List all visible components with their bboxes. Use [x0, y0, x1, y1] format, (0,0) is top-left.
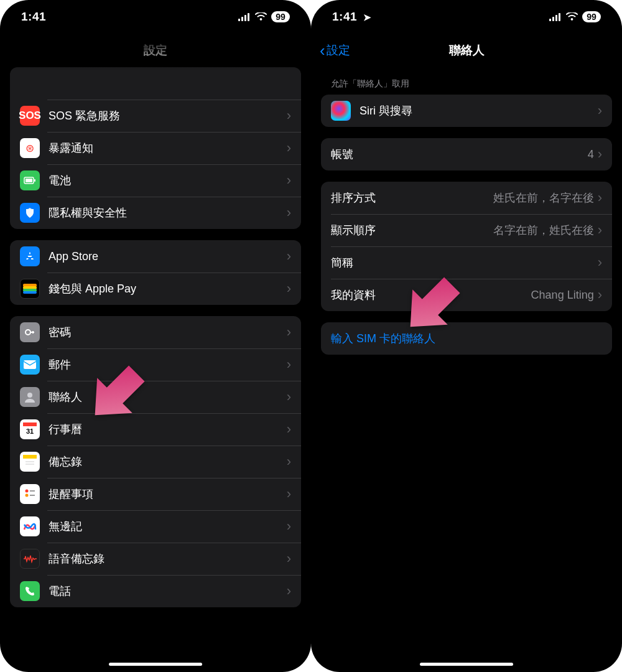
- row-value: 名字在前，姓氏在後: [493, 223, 594, 238]
- list-item-accounts[interactable]: 帳號 4 ›: [321, 138, 612, 170]
- group-import: 輸入 SIM 卡的聯絡人: [321, 322, 612, 355]
- chevron-right-icon: ›: [598, 222, 602, 238]
- svg-point-7: [26, 330, 30, 335]
- row-label: 電話: [49, 584, 287, 599]
- phone-contacts-settings: 1:41 ➤ 99 ‹ 設定 聯絡人 允許「聯絡人」取用 Siri 與搜尋 ›: [311, 0, 622, 672]
- contacts-settings-list[interactable]: 允許「聯絡人」取用 Siri 與搜尋 › 帳號 4 › 排序方式 姓氏在前，名字…: [311, 67, 622, 672]
- freeform-icon: [20, 516, 40, 536]
- chevron-right-icon: ›: [598, 103, 602, 119]
- list-item-my-info[interactable]: 我的資料 Chang Liting ›: [321, 279, 612, 311]
- list-item-appstore[interactable]: App Store ›: [10, 240, 301, 273]
- location-icon: ➤: [363, 12, 372, 22]
- key-icon: [20, 322, 40, 342]
- siri-icon: [331, 101, 351, 121]
- row-label: 帳號: [331, 147, 588, 162]
- cellular-icon: [238, 13, 251, 21]
- chevron-right-icon: ›: [287, 248, 291, 264]
- notes-icon: [20, 452, 40, 472]
- list-item-shortname[interactable]: 簡稱 ›: [321, 246, 612, 279]
- row-label: SOS 緊急服務: [49, 108, 287, 123]
- list-item-battery[interactable]: 電池 ›: [10, 164, 301, 197]
- status-time: 1:41 ➤: [332, 10, 371, 24]
- list-item[interactable]: [10, 67, 301, 100]
- list-item-calendar[interactable]: 31 行事曆 ›: [10, 413, 301, 446]
- row-label: 無邊記: [49, 519, 287, 534]
- battery-badge: 99: [271, 11, 290, 22]
- chevron-right-icon: ›: [287, 583, 291, 599]
- svg-rect-1: [26, 179, 32, 182]
- svg-point-17: [26, 490, 29, 493]
- chevron-right-icon: ›: [287, 486, 291, 502]
- battery-icon: [20, 170, 40, 190]
- group-siri: Siri 與搜尋 ›: [321, 95, 612, 127]
- status-time: 1:41: [21, 10, 46, 24]
- wifi-icon: [566, 12, 578, 21]
- row-label: 行事曆: [49, 422, 287, 437]
- row-label: 輸入 SIM 卡的聯絡人: [331, 331, 602, 346]
- list-item-wallet[interactable]: 錢包與 Apple Pay ›: [10, 273, 301, 305]
- chevron-right-icon: ›: [598, 254, 602, 271]
- list-item-mail[interactable]: 郵件 ›: [10, 348, 301, 381]
- list-item-reminders[interactable]: 提醒事項 ›: [10, 478, 301, 510]
- svg-rect-2: [34, 179, 35, 182]
- list-item-exposure[interactable]: ⊛ 暴露通知 ›: [10, 132, 301, 164]
- row-label: 郵件: [49, 357, 287, 372]
- time-text: 1:41: [332, 10, 357, 23]
- contacts-icon: [20, 387, 40, 407]
- home-indicator[interactable]: [109, 663, 202, 666]
- svg-rect-8: [24, 360, 36, 369]
- svg-rect-10: [23, 422, 37, 426]
- back-button[interactable]: ‹ 設定: [320, 42, 350, 58]
- status-bar: 1:41 ➤ 99: [311, 0, 622, 34]
- nav-bar: 設定: [0, 34, 311, 67]
- list-item-notes[interactable]: 備忘錄 ›: [10, 446, 301, 478]
- row-label: 聯絡人: [49, 390, 287, 404]
- home-indicator[interactable]: [420, 663, 513, 666]
- list-item-contacts[interactable]: 聯絡人 ›: [10, 381, 301, 413]
- row-value: 4: [588, 148, 594, 161]
- svg-point-9: [27, 393, 32, 398]
- phone-settings: 1:41 99 設定 SOS SOS 緊急服務 › ⊛ 暴露通知 ›: [0, 0, 311, 672]
- list-item-siri[interactable]: Siri 與搜尋 ›: [321, 95, 612, 127]
- wallet-icon: [20, 279, 40, 299]
- settings-group-system: SOS SOS 緊急服務 › ⊛ 暴露通知 › 電池 › 隱私權與安全性: [10, 67, 301, 229]
- row-label: 密碼: [49, 325, 287, 340]
- section-header: 允許「聯絡人」取用: [311, 67, 622, 95]
- phone-icon: [20, 581, 40, 601]
- list-item-display-order[interactable]: 顯示順序 名字在前，姓氏在後 ›: [321, 214, 612, 246]
- svg-rect-14: [23, 459, 37, 469]
- reminders-icon: [20, 484, 40, 504]
- page-title: 聯絡人: [449, 42, 485, 58]
- row-label: 暴露通知: [49, 141, 287, 156]
- chevron-right-icon: ›: [598, 190, 602, 206]
- status-indicators: 99: [238, 11, 290, 22]
- list-item-sos[interactable]: SOS SOS 緊急服務 ›: [10, 100, 301, 132]
- row-label: 電池: [49, 173, 287, 188]
- row-label: 顯示順序: [331, 223, 493, 238]
- chevron-right-icon: ›: [287, 454, 291, 470]
- chevron-right-icon: ›: [287, 357, 291, 373]
- exposure-icon: ⊛: [20, 138, 40, 158]
- chevron-right-icon: ›: [287, 108, 291, 124]
- settings-group-store: App Store › 錢包與 Apple Pay ›: [10, 240, 301, 305]
- chevron-right-icon: ›: [287, 324, 291, 340]
- group-display: 排序方式 姓氏在前，名字在後 › 顯示順序 名字在前，姓氏在後 › 簡稱 › 我…: [321, 182, 612, 311]
- list-item-privacy[interactable]: 隱私權與安全性 ›: [10, 197, 301, 229]
- row-value: Chang Liting: [531, 289, 594, 302]
- list-item-freeform[interactable]: 無邊記 ›: [10, 510, 301, 543]
- cellular-icon: [549, 13, 562, 21]
- nav-bar: ‹ 設定 聯絡人: [311, 34, 622, 67]
- list-item-passwords[interactable]: 密碼 ›: [10, 316, 301, 348]
- row-label: 錢包與 Apple Pay: [49, 281, 287, 296]
- row-label: 隱私權與安全性: [49, 205, 287, 220]
- chevron-right-icon: ›: [287, 281, 291, 297]
- list-item-import-sim[interactable]: 輸入 SIM 卡的聯絡人: [321, 322, 612, 355]
- chevron-left-icon: ‹: [320, 42, 325, 58]
- calendar-icon: 31: [20, 419, 40, 439]
- svg-point-18: [26, 494, 29, 497]
- wifi-icon: [255, 12, 267, 21]
- list-item-voicememos[interactable]: 語音備忘錄 ›: [10, 543, 301, 575]
- list-item-sort[interactable]: 排序方式 姓氏在前，名字在後 ›: [321, 182, 612, 214]
- settings-list[interactable]: SOS SOS 緊急服務 › ⊛ 暴露通知 › 電池 › 隱私權與安全性: [0, 67, 311, 672]
- list-item-phone[interactable]: 電話 ›: [10, 575, 301, 607]
